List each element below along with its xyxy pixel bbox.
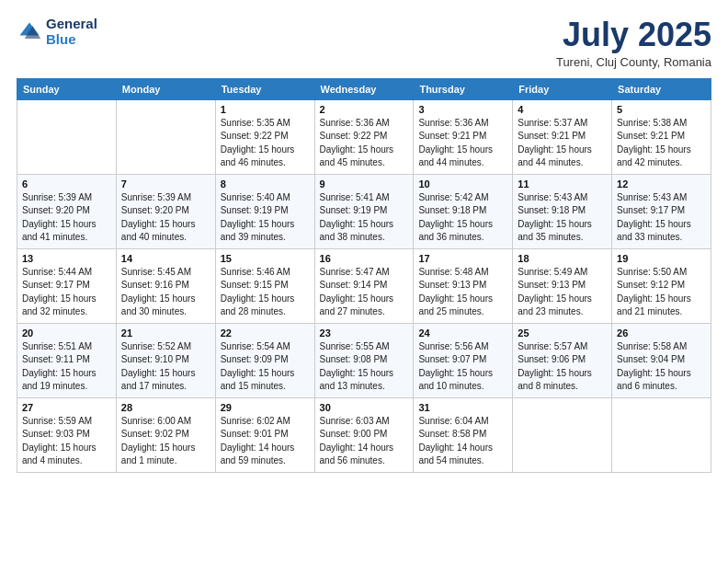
day-number: 16	[320, 253, 409, 264]
day-info: Sunrise: 5:56 AM Sunset: 9:07 PM Dayligh…	[418, 340, 507, 394]
day-number: 26	[617, 327, 706, 339]
calendar-cell: 11Sunrise: 5:43 AM Sunset: 9:18 PM Dayli…	[513, 174, 612, 248]
calendar-cell: 16Sunrise: 5:47 AM Sunset: 9:14 PM Dayli…	[314, 248, 414, 323]
calendar-cell	[513, 397, 612, 472]
header-sunday: Sunday	[17, 78, 117, 99]
calendar-cell	[17, 99, 117, 174]
calendar-cell: 29Sunrise: 6:02 AM Sunset: 9:01 PM Dayli…	[215, 397, 314, 472]
calendar-cell: 21Sunrise: 5:52 AM Sunset: 9:10 PM Dayli…	[116, 323, 215, 397]
header-friday: Friday	[513, 78, 612, 99]
day-number: 13	[22, 253, 111, 264]
logo-icon	[17, 19, 42, 45]
calendar-cell: 9Sunrise: 5:41 AM Sunset: 9:19 PM Daylig…	[314, 174, 414, 248]
calendar-cell: 25Sunrise: 5:57 AM Sunset: 9:06 PM Dayli…	[513, 323, 612, 397]
day-number: 4	[518, 104, 607, 115]
day-number: 25	[518, 327, 607, 339]
day-number: 19	[617, 253, 706, 264]
calendar-cell	[116, 99, 215, 174]
header-tuesday: Tuesday	[215, 78, 314, 99]
day-number: 23	[320, 327, 409, 339]
day-info: Sunrise: 5:42 AM Sunset: 9:18 PM Dayligh…	[418, 191, 507, 245]
calendar-cell: 2Sunrise: 5:36 AM Sunset: 9:22 PM Daylig…	[314, 99, 414, 174]
day-info: Sunrise: 6:02 AM Sunset: 9:01 PM Dayligh…	[221, 415, 310, 468]
calendar-cell: 17Sunrise: 5:48 AM Sunset: 9:13 PM Dayli…	[414, 248, 513, 323]
calendar-cell: 4Sunrise: 5:37 AM Sunset: 9:21 PM Daylig…	[513, 99, 612, 174]
calendar-cell: 6Sunrise: 5:39 AM Sunset: 9:20 PM Daylig…	[17, 174, 117, 248]
calendar-cell: 3Sunrise: 5:36 AM Sunset: 9:21 PM Daylig…	[414, 99, 513, 174]
day-info: Sunrise: 5:54 AM Sunset: 9:09 PM Dayligh…	[221, 340, 310, 394]
day-info: Sunrise: 5:55 AM Sunset: 9:08 PM Dayligh…	[320, 340, 409, 394]
calendar-week-row: 27Sunrise: 5:59 AM Sunset: 9:03 PM Dayli…	[17, 397, 711, 472]
day-number: 2	[320, 104, 409, 115]
calendar-cell: 20Sunrise: 5:51 AM Sunset: 9:11 PM Dayli…	[17, 323, 117, 397]
day-number: 1	[221, 104, 310, 115]
calendar-cell: 15Sunrise: 5:46 AM Sunset: 9:15 PM Dayli…	[215, 248, 314, 323]
header: General Blue July 2025 Tureni, Cluj Coun…	[17, 17, 711, 69]
day-number: 14	[121, 253, 210, 264]
calendar-cell: 8Sunrise: 5:40 AM Sunset: 9:19 PM Daylig…	[215, 174, 314, 248]
location: Tureni, Cluj County, Romania	[556, 55, 711, 69]
header-monday: Monday	[116, 78, 215, 99]
calendar-cell: 12Sunrise: 5:43 AM Sunset: 9:17 PM Dayli…	[612, 174, 711, 248]
logo-general-label: General	[46, 17, 97, 32]
day-info: Sunrise: 5:36 AM Sunset: 9:22 PM Dayligh…	[320, 117, 409, 170]
day-info: Sunrise: 5:48 AM Sunset: 9:13 PM Dayligh…	[418, 266, 507, 319]
day-number: 17	[418, 253, 507, 264]
header-thursday: Thursday	[414, 78, 513, 99]
day-info: Sunrise: 5:45 AM Sunset: 9:16 PM Dayligh…	[121, 266, 210, 319]
day-number: 24	[418, 327, 507, 339]
day-info: Sunrise: 5:47 AM Sunset: 9:14 PM Dayligh…	[320, 266, 409, 319]
day-info: Sunrise: 6:03 AM Sunset: 9:00 PM Dayligh…	[320, 415, 409, 468]
calendar-cell: 27Sunrise: 5:59 AM Sunset: 9:03 PM Dayli…	[17, 397, 117, 472]
month-title: July 2025	[556, 17, 711, 53]
day-info: Sunrise: 5:59 AM Sunset: 9:03 PM Dayligh…	[22, 415, 111, 468]
calendar-cell: 1Sunrise: 5:35 AM Sunset: 9:22 PM Daylig…	[215, 99, 314, 174]
calendar-cell: 26Sunrise: 5:58 AM Sunset: 9:04 PM Dayli…	[612, 323, 711, 397]
header-saturday: Saturday	[612, 78, 711, 99]
calendar-header-row: SundayMondayTuesdayWednesdayThursdayFrid…	[17, 78, 711, 99]
day-info: Sunrise: 5:35 AM Sunset: 9:22 PM Dayligh…	[221, 117, 310, 170]
calendar-cell: 5Sunrise: 5:38 AM Sunset: 9:21 PM Daylig…	[612, 99, 711, 174]
calendar-cell: 30Sunrise: 6:03 AM Sunset: 9:00 PM Dayli…	[314, 397, 414, 472]
day-info: Sunrise: 5:49 AM Sunset: 9:13 PM Dayligh…	[518, 266, 607, 319]
day-number: 28	[121, 402, 210, 413]
calendar-cell: 28Sunrise: 6:00 AM Sunset: 9:02 PM Dayli…	[116, 397, 215, 472]
day-number: 31	[418, 402, 507, 413]
calendar-cell: 23Sunrise: 5:55 AM Sunset: 9:08 PM Dayli…	[314, 323, 414, 397]
calendar-cell	[612, 397, 711, 472]
day-info: Sunrise: 5:57 AM Sunset: 9:06 PM Dayligh…	[518, 340, 607, 394]
logo-blue-label: Blue	[46, 32, 97, 48]
header-wednesday: Wednesday	[314, 78, 414, 99]
day-info: Sunrise: 5:51 AM Sunset: 9:11 PM Dayligh…	[22, 340, 111, 394]
day-info: Sunrise: 5:58 AM Sunset: 9:04 PM Dayligh…	[617, 340, 706, 394]
day-number: 11	[518, 178, 607, 190]
calendar-cell: 14Sunrise: 5:45 AM Sunset: 9:16 PM Dayli…	[116, 248, 215, 323]
calendar-cell: 22Sunrise: 5:54 AM Sunset: 9:09 PM Dayli…	[215, 323, 314, 397]
day-info: Sunrise: 5:40 AM Sunset: 9:19 PM Dayligh…	[221, 191, 310, 245]
day-info: Sunrise: 5:44 AM Sunset: 9:17 PM Dayligh…	[22, 266, 111, 319]
day-number: 9	[320, 178, 409, 190]
logo-text: General Blue	[46, 17, 97, 47]
calendar-week-row: 1Sunrise: 5:35 AM Sunset: 9:22 PM Daylig…	[17, 99, 711, 174]
logo: General Blue	[17, 17, 97, 47]
day-number: 8	[221, 178, 310, 190]
day-info: Sunrise: 5:36 AM Sunset: 9:21 PM Dayligh…	[418, 117, 507, 170]
day-info: Sunrise: 5:43 AM Sunset: 9:18 PM Dayligh…	[518, 191, 607, 245]
day-info: Sunrise: 5:43 AM Sunset: 9:17 PM Dayligh…	[617, 191, 706, 245]
day-number: 7	[121, 178, 210, 190]
day-number: 12	[617, 178, 706, 190]
day-info: Sunrise: 5:46 AM Sunset: 9:15 PM Dayligh…	[221, 266, 310, 319]
calendar-cell: 31Sunrise: 6:04 AM Sunset: 8:58 PM Dayli…	[414, 397, 513, 472]
day-info: Sunrise: 5:38 AM Sunset: 9:21 PM Dayligh…	[617, 117, 706, 170]
day-info: Sunrise: 5:50 AM Sunset: 9:12 PM Dayligh…	[617, 266, 706, 319]
day-number: 27	[22, 402, 111, 413]
day-number: 6	[22, 178, 111, 190]
day-number: 18	[518, 253, 607, 264]
day-number: 29	[221, 402, 310, 413]
day-number: 15	[221, 253, 310, 264]
day-number: 3	[418, 104, 507, 115]
day-number: 21	[121, 327, 210, 339]
day-number: 22	[221, 327, 310, 339]
day-info: Sunrise: 5:37 AM Sunset: 9:21 PM Dayligh…	[518, 117, 607, 170]
day-info: Sunrise: 6:04 AM Sunset: 8:58 PM Dayligh…	[418, 415, 507, 468]
